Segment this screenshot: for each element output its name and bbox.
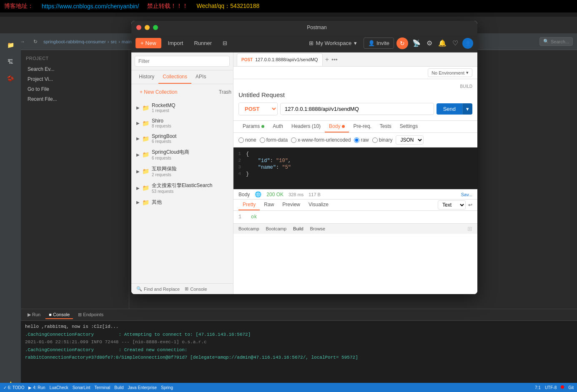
resp-subtab-visualize[interactable]: Visualize (304, 200, 333, 210)
new-button[interactable]: + New (135, 38, 161, 48)
workspace-button[interactable]: ⊞ My Workspace ▾ (305, 38, 361, 48)
statusbar-todo[interactable]: ✓ 6: TODO (3, 385, 24, 390)
line-number: 1 (233, 151, 246, 156)
browse-footer-label[interactable]: Browse (310, 226, 326, 231)
collection-name: Shiro (152, 118, 228, 124)
resp-subtab-raw[interactable]: Raw (260, 200, 278, 210)
format-binary[interactable]: binary (372, 137, 393, 143)
tab-apis[interactable]: APIs (191, 70, 210, 84)
collection-item[interactable]: ▶ 📁 RocketMQ 1 request (131, 100, 233, 115)
body-format-row: none form-data x-www-form-urlencoded raw… (233, 133, 477, 147)
ide-refresh-btn[interactable]: ↻ (31, 37, 40, 46)
subtab-params[interactable]: Params (238, 121, 268, 132)
collection-info: SpringCloud电商 6 requests (152, 149, 228, 160)
invite-button[interactable]: 👤 Invite (364, 37, 394, 49)
wechat: Wechat/qq：543210188 (196, 2, 259, 10)
collection-item[interactable]: ▶ 📁 其他 (131, 196, 233, 208)
add-tab-button[interactable]: + (323, 56, 331, 63)
mac-min-btn[interactable] (145, 25, 150, 30)
subtab-settings[interactable]: Settings (396, 121, 422, 132)
subtab-prereq[interactable]: Pre-req. (349, 121, 375, 132)
collection-item[interactable]: ▶ 📁 全文搜索引擎ElasticSearch 53 requests (131, 180, 233, 196)
statusbar-run[interactable]: ▶ 4: Run (28, 385, 45, 390)
runner-button[interactable]: Runner (190, 38, 216, 48)
ide-search-box[interactable]: 🔍 Search... (539, 37, 573, 46)
statusbar-java[interactable]: Java Enterprise (128, 385, 157, 390)
format-urlencoded[interactable]: x-www-form-urlencoded (291, 137, 351, 143)
sidebar-filter-input[interactable] (135, 56, 230, 67)
tab-collections[interactable]: Collections (158, 70, 191, 84)
folder-icon: 📁 (142, 120, 149, 127)
find-replace-button[interactable]: 🔍 Find and Replace (136, 286, 180, 292)
statusbar-spring[interactable]: Spring (161, 385, 173, 390)
heart-button[interactable]: ♡ (451, 37, 460, 49)
collection-item[interactable]: ▶ 📁 SpringBoot 6 requests (131, 131, 233, 146)
format-none[interactable]: none (238, 137, 256, 143)
code-editor[interactable]: 1 { 2 "id": "10", 3 "name": "5" (233, 147, 477, 189)
mac-close-btn[interactable] (136, 25, 141, 30)
resp-subtab-preview[interactable]: Preview (278, 200, 304, 210)
method-select[interactable]: POST GET PUT DELETE (238, 102, 278, 115)
file-item-project[interactable]: Project Vi... (21, 74, 129, 84)
terminal-tab-run[interactable]: ▶ Run (24, 311, 44, 319)
response-body-label[interactable]: Body (238, 192, 250, 197)
subtab-body[interactable]: Body (325, 121, 349, 132)
resp-wrap-icon[interactable]: ↩ (468, 202, 472, 208)
terminal-tab-console[interactable]: ■ Console (45, 311, 73, 319)
settings-button[interactable]: ⚙ (425, 37, 434, 49)
resp-format-select[interactable]: Text JSON (438, 200, 466, 210)
trash-button[interactable]: Trash (219, 89, 231, 95)
folder-icon: 📁 (142, 199, 149, 206)
statusbar-terminal[interactable]: Terminal (95, 385, 110, 390)
format-form-data[interactable]: form-data (260, 137, 288, 143)
send-dropdown-button[interactable]: ▾ (462, 103, 472, 115)
tab-history[interactable]: History (135, 70, 158, 84)
request-tab[interactable]: POST 127.0.0.1:8888/api/v1/sendMQ (237, 53, 323, 66)
send-button[interactable]: Send (437, 103, 462, 115)
url-input[interactable] (280, 103, 434, 115)
statusbar-error-count[interactable]: Git (568, 385, 574, 390)
build-footer-label[interactable]: Build (293, 226, 303, 231)
format-raw[interactable]: raw (354, 137, 369, 143)
ide-structure-icon[interactable]: 🏗 (3, 54, 18, 69)
panels-button[interactable]: ⊟ (218, 38, 231, 48)
subtab-headers[interactable]: Headers (10) (287, 121, 325, 132)
env-selector[interactable]: No Environment ▾ (428, 68, 472, 77)
bootcamp-label[interactable]: Bootcamp (238, 226, 259, 231)
statusbar-encoding[interactable]: UTF-8 (545, 385, 557, 390)
subtab-auth[interactable]: Auth (268, 121, 287, 132)
more-tabs-button[interactable]: ••• (331, 56, 338, 63)
import-button[interactable]: Import (164, 38, 188, 48)
statusbar-position[interactable]: 7:1 (535, 385, 541, 390)
ide-bean-icon[interactable]: 🫘 (3, 71, 18, 86)
ide-project-icon[interactable]: 📁 (3, 37, 18, 52)
file-item-goto[interactable]: Go to File (21, 84, 129, 94)
collection-item[interactable]: ▶ 📁 SpringCloud电商 6 requests (131, 146, 233, 163)
collection-item[interactable]: ▶ 📁 互联网保险 2 requests (131, 163, 233, 180)
bell-button[interactable]: 🔔 (437, 37, 448, 49)
terminal-tab-endpoints[interactable]: ⊞ Endpoints (75, 311, 107, 319)
save-response-button[interactable]: Sav... (461, 192, 472, 197)
new-collection-button[interactable]: + New Collection (135, 86, 182, 98)
collection-item[interactable]: ▶ 📁 Shiro 8 requests (131, 115, 233, 131)
arrow-icon: ▶ (136, 169, 140, 174)
code-line-1: 1 { (233, 151, 477, 157)
console-button[interactable]: ⊞ Console (185, 286, 207, 292)
folder-icon: 📁 (142, 168, 149, 175)
blog-url[interactable]: https://www.cnblogs.com/chenyanbin/ (42, 3, 139, 10)
blog-label: 博客地址： (4, 2, 33, 10)
avatar-button[interactable]: 👤 (462, 38, 473, 49)
sync-button[interactable]: ↻ (396, 37, 408, 49)
subtab-tests[interactable]: Tests (376, 121, 396, 132)
mac-max-btn[interactable] (153, 25, 158, 30)
file-item-recent[interactable]: Recent File... (21, 94, 129, 104)
body-type-select[interactable]: JSON Text XML (396, 135, 424, 145)
statusbar-luacheck[interactable]: LuaCheck (50, 385, 68, 390)
arrow-icon: ▶ (136, 121, 140, 125)
statusbar-sonarlint[interactable]: SonarLint (73, 385, 90, 390)
statusbar-build[interactable]: Build (114, 385, 123, 390)
resp-subtab-pretty[interactable]: Pretty (238, 200, 260, 210)
file-item-search[interactable]: Search Ev... (21, 64, 129, 74)
satellite-button[interactable]: 📡 (411, 37, 422, 49)
layout-icon[interactable]: ⊞ (467, 225, 472, 232)
